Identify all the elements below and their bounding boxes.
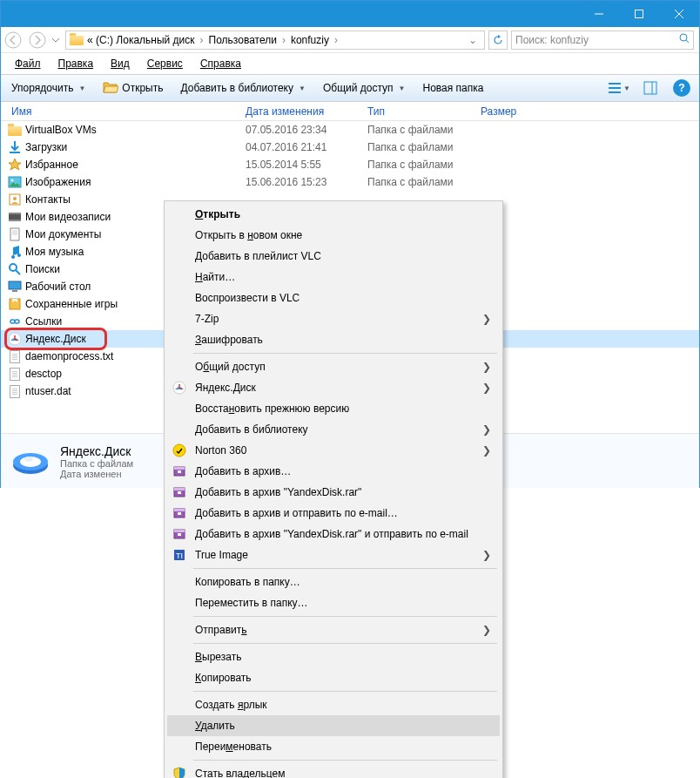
context-item[interactable]: Общий доступ❯ (167, 356, 500, 377)
new-folder-button[interactable]: Новая папка (417, 80, 488, 96)
breadcrumb-root[interactable]: « (C:) Локальный диск (84, 34, 199, 46)
ydisk-icon (6, 332, 24, 346)
help-button[interactable]: ? (670, 78, 694, 98)
svg-point-38 (173, 444, 185, 457)
music-icon (6, 245, 24, 259)
context-item[interactable]: Восстановить прежнюю версию (167, 398, 500, 419)
submenu-arrow-icon: ❯ (482, 313, 491, 325)
dl-icon (6, 140, 24, 154)
file-type: Папка с файлами (362, 124, 475, 136)
context-item[interactable]: Воспроизвести в VLC (167, 288, 500, 308)
file-icon (6, 385, 24, 398)
rar-icon (172, 464, 186, 478)
context-item[interactable]: Norton 360❯ (167, 440, 500, 461)
refresh-button[interactable] (488, 30, 508, 50)
file-row[interactable]: Избранное15.05.2014 5:55Папка с файлами (1, 156, 699, 173)
context-item[interactable]: Добавить в библиотеку❯ (167, 419, 500, 440)
folder-icon (6, 124, 24, 136)
search-input[interactable]: Поиск: konfuziy (511, 30, 694, 50)
add-to-library-button[interactable]: Добавить в библиотеку▼ (175, 80, 310, 96)
svg-rect-41 (178, 470, 181, 473)
svg-rect-11 (644, 82, 656, 94)
breadcrumb-box[interactable]: « (C:) Локальный диск › Пользователи › k… (65, 30, 485, 50)
preview-pane-button[interactable] (638, 78, 663, 98)
svg-rect-28 (12, 290, 17, 292)
context-item-label: Воспроизвести в VLC (195, 292, 300, 304)
file-row[interactable]: Изображения15.06.2016 15:23Папка с файла… (1, 173, 699, 191)
context-item[interactable]: 7-Zip❯ (167, 308, 500, 329)
context-item[interactable]: Яндекс.Диск❯ (167, 377, 500, 398)
search-icon (6, 262, 24, 276)
close-button[interactable] (659, 1, 699, 27)
svg-point-5 (30, 32, 45, 48)
context-item[interactable]: Добавить в плейлист VLC (167, 246, 500, 267)
context-item[interactable]: Добавить в архив… (167, 461, 500, 482)
breadcrumb-part-1[interactable]: konfuziy (287, 34, 333, 46)
context-item-label: Открыть в новом окне (195, 229, 302, 241)
context-item[interactable]: Добавить в архив "YandexDisk.rar" (167, 482, 500, 488)
svg-rect-40 (174, 467, 185, 470)
context-item[interactable]: Найти… (167, 267, 500, 288)
context-item[interactable]: Открыть (167, 204, 500, 225)
saved-icon (6, 297, 24, 311)
forward-button[interactable] (25, 28, 50, 52)
context-item-label: Открыть (195, 208, 240, 220)
context-item-label: Добавить в плейлист VLC (195, 250, 321, 262)
svg-rect-9 (609, 87, 621, 89)
context-item[interactable]: Открыть в новом окне (167, 225, 500, 246)
ydisk-large-icon (10, 441, 51, 483)
open-button[interactable]: Открыть (98, 78, 168, 98)
search-placeholder: Поиск: konfuziy (515, 34, 589, 46)
svg-rect-20 (9, 220, 21, 221)
maximize-button[interactable] (619, 1, 659, 27)
file-date: 15.06.2016 15:23 (240, 176, 362, 188)
breadcrumb-part-0[interactable]: Пользователи (205, 34, 280, 46)
file-type: Папка с файлами (362, 176, 475, 188)
details-sub: Папка с файлам (60, 458, 133, 469)
minimize-button[interactable] (579, 1, 619, 27)
context-item-label: Восстановить прежнюю версию (195, 403, 349, 415)
view-mode-button[interactable]: ▼ (607, 78, 631, 98)
col-header-name[interactable]: Имя (6, 105, 240, 118)
back-button[interactable] (1, 28, 25, 52)
context-item-label: Найти… (195, 271, 235, 283)
svg-point-6 (680, 34, 687, 41)
file-icon (6, 350, 24, 363)
context-item-label: Добавить в архив "YandexDisk.rar" (195, 486, 361, 488)
col-header-date[interactable]: Дата изменения (240, 105, 362, 118)
file-row[interactable]: VirtualBox VMs07.05.2016 23:34Папка с фа… (1, 121, 699, 139)
file-type: Папка с файлами (362, 159, 475, 171)
menu-help[interactable]: Справка (192, 56, 250, 71)
svg-rect-31 (15, 320, 19, 323)
titlebar (1, 1, 699, 27)
share-button[interactable]: Общий доступ▼ (318, 80, 411, 96)
address-dropdown[interactable]: ⌄ (465, 34, 481, 46)
context-item-label: Добавить в архив… (195, 465, 291, 477)
submenu-arrow-icon: ❯ (482, 382, 491, 394)
ydisk-icon (172, 381, 186, 395)
context-item[interactable]: Зашифровать (167, 329, 500, 350)
file-name: VirtualBox VMs (24, 124, 240, 136)
menu-file[interactable]: Файл (6, 56, 50, 71)
contacts-icon (6, 193, 24, 206)
svg-line-7 (686, 40, 689, 43)
nav-history-dropdown[interactable] (50, 28, 62, 52)
docs-icon (6, 227, 24, 241)
file-name: Избранное (24, 159, 240, 171)
context-separator (193, 353, 497, 354)
menu-tools[interactable]: Сервис (138, 56, 192, 71)
context-item-label: Добавить в библиотеку (195, 423, 308, 436)
menu-edit[interactable]: Правка (50, 56, 103, 71)
organize-button[interactable]: Упорядочить▼ (6, 80, 91, 96)
links-icon (6, 315, 24, 328)
svg-rect-8 (609, 83, 621, 85)
svg-point-36 (24, 457, 33, 462)
address-bar: « (C:) Локальный диск › Пользователи › k… (1, 27, 699, 53)
menu-view[interactable]: Вид (102, 56, 138, 71)
svg-line-26 (16, 270, 20, 274)
file-row[interactable]: Загрузки04.07.2016 21:41Папка с файлами (1, 139, 699, 156)
chevron-right-icon: › (280, 34, 287, 46)
submenu-arrow-icon: ❯ (482, 423, 491, 436)
col-header-size[interactable]: Размер (475, 105, 545, 118)
col-header-type[interactable]: Тип (362, 105, 475, 118)
